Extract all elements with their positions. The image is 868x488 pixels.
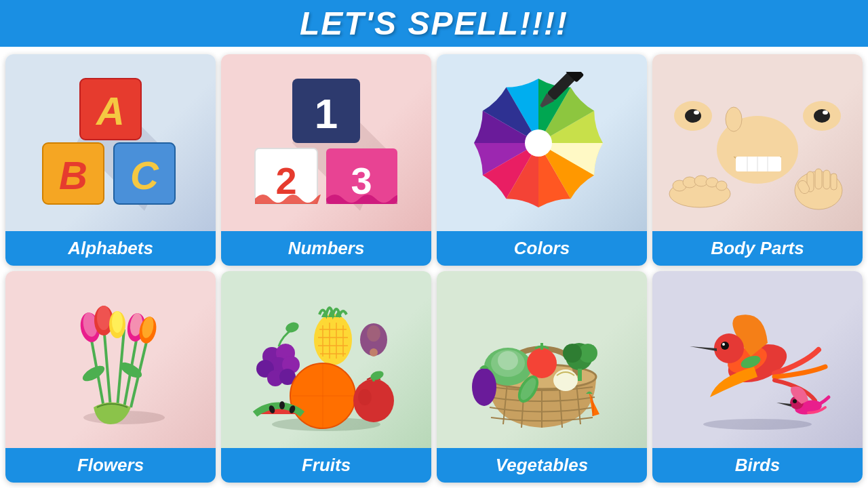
card-label-vegetables: Vegetables: [437, 448, 647, 483]
svg-point-94: [498, 351, 518, 370]
card-image-flowers: [5, 271, 216, 448]
card-image-body-parts: [652, 54, 863, 231]
svg-point-77: [370, 348, 378, 357]
svg-text:3: 3: [351, 159, 372, 202]
card-image-numbers: 1 2 3: [221, 54, 431, 231]
svg-point-27: [685, 109, 701, 123]
card-fruits[interactable]: Fruits: [221, 271, 431, 483]
card-image-birds: [652, 271, 863, 448]
svg-point-51: [80, 363, 106, 384]
svg-point-79: [358, 389, 372, 405]
fruits-illustration: [241, 289, 411, 431]
svg-text:1: 1: [315, 90, 338, 137]
alphabets-illustration: A B C: [36, 75, 185, 211]
svg-text:B: B: [59, 153, 87, 197]
svg-point-83: [279, 401, 285, 409]
svg-point-109: [714, 333, 744, 363]
card-image-vegetables: [437, 271, 647, 448]
svg-rect-41: [815, 169, 822, 189]
svg-rect-43: [831, 174, 837, 190]
card-label-fruits: Fruits: [221, 448, 431, 483]
app-header: LET'S SPELL!!!!: [0, 0, 868, 49]
numbers-illustration: 1 2 3: [252, 75, 401, 211]
card-image-fruits: [221, 271, 431, 448]
birds-illustration: [669, 289, 846, 431]
card-label-colors: Colors: [437, 231, 647, 266]
flowers-illustration: [36, 292, 185, 428]
svg-point-101: [472, 368, 496, 406]
card-image-alphabets: A B C: [5, 54, 216, 231]
card-birds[interactable]: Birds: [652, 271, 863, 483]
card-image-colors: [437, 54, 647, 231]
svg-text:C: C: [130, 153, 159, 197]
card-label-body-parts: Body Parts: [652, 231, 863, 266]
svg-point-110: [721, 342, 729, 350]
card-colors[interactable]: Colors: [437, 54, 647, 266]
svg-point-105: [703, 419, 812, 430]
svg-point-95: [527, 348, 557, 378]
svg-text:2: 2: [275, 159, 296, 202]
svg-point-114: [793, 399, 797, 403]
svg-point-71: [284, 321, 300, 334]
card-label-birds: Birds: [652, 448, 863, 483]
card-alphabets[interactable]: A B C Alphabets: [5, 54, 216, 266]
body-parts-illustration: [659, 75, 856, 211]
svg-line-47: [104, 326, 111, 407]
card-flowers[interactable]: Flowers: [5, 271, 216, 483]
colors-illustration: [467, 72, 616, 214]
svg-rect-22: [736, 157, 781, 171]
svg-point-76: [367, 325, 380, 342]
svg-point-31: [823, 110, 828, 115]
svg-point-99: [563, 344, 582, 363]
svg-rect-96: [540, 343, 543, 350]
svg-point-56: [97, 306, 111, 330]
svg-point-58: [112, 311, 123, 333]
svg-rect-100: [578, 369, 582, 381]
card-label-numbers: Numbers: [221, 231, 431, 266]
svg-point-72: [314, 314, 352, 365]
vegetables-illustration: [454, 289, 630, 431]
category-grid: A B C Alphabets 1: [0, 49, 868, 488]
card-label-flowers: Flowers: [5, 448, 216, 483]
card-numbers[interactable]: 1 2 3 Numbers: [221, 54, 431, 266]
svg-point-28: [694, 110, 699, 115]
svg-point-111: [722, 343, 725, 346]
svg-point-32: [726, 107, 742, 131]
svg-rect-42: [823, 170, 830, 189]
svg-point-38: [716, 181, 727, 190]
card-body-parts[interactable]: Body Parts: [652, 54, 863, 266]
svg-point-30: [814, 109, 830, 123]
card-label-alphabets: Alphabets: [5, 231, 216, 266]
card-vegetables[interactable]: Vegetables: [437, 271, 647, 483]
app-title: LET'S SPELL!!!!: [300, 5, 568, 42]
svg-text:A: A: [95, 89, 125, 133]
